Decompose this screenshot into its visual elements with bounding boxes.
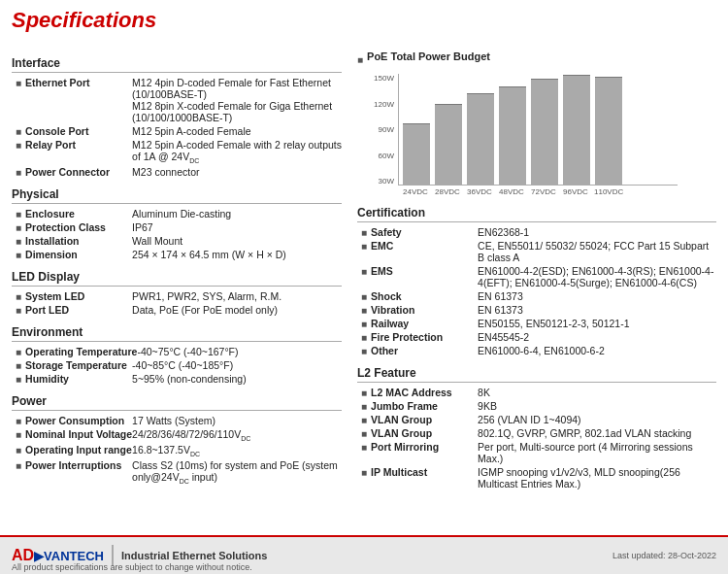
railway-value: EN50155, EN50121-2-3, 50121-1 [478, 318, 716, 329]
vibration-label: Vibration [371, 304, 478, 316]
storage-temp-row: ■ Storage Temperature -40~85°C (-40~185°… [12, 359, 342, 371]
chart-container: ■ PoE Total Power Budget 150W 120W 90W 6… [357, 51, 716, 196]
bullet-icon: ■ [361, 415, 367, 425]
certification-title: Certification [357, 206, 716, 222]
port-led-label: Port LED [25, 304, 132, 316]
bullet-icon: ■ [361, 319, 367, 329]
physical-section: Physical ■ Enclosure Aluminum Die-castin… [12, 187, 342, 260]
enclosure-label: Enclosure [25, 208, 132, 219]
ip-multicast-value: IGMP snooping v1/v2/v3, MLD snooping(256… [478, 466, 716, 490]
operating-temp-row: ■ Operating Temperature -40~75°C (-40~16… [12, 346, 342, 357]
bullet-icon: ■ [361, 305, 367, 316]
railway-row: ■ Railway EN50155, EN50121-2-3, 50121-1 [357, 318, 716, 329]
environment-section: Environment ■ Operating Temperature -40~… [12, 325, 342, 385]
bullet-icon: ■ [361, 227, 367, 238]
y-label-120: 120W [367, 100, 394, 109]
x-label-24vdc: 24VDC [402, 187, 429, 196]
chart-title: PoE Total Power Budget [367, 51, 490, 62]
operating-temp-value: -40~75°C (-40~167°F) [137, 346, 342, 357]
jumbo-frame-label: Jumbo Frame [371, 400, 478, 412]
other-label: Other [371, 345, 478, 356]
ethernet-port-row: ■ Ethernet Port M12 4pin D-coded Female … [12, 77, 342, 123]
port-mirroring-row: ■ Port Mirroring Per port, Multi-source … [357, 441, 716, 464]
bullet-icon: ■ [16, 305, 21, 316]
x-label-28vdc: 28VDC [434, 187, 461, 196]
bullet-icon: ■ [361, 266, 367, 277]
bar-72vdc [531, 79, 558, 185]
relay-port-row: ■ Relay Port M12 5pin A-coded Female wit… [12, 139, 342, 164]
vlan-group2-label: VLAN Group [371, 427, 478, 439]
installation-value: Wall Mount [132, 235, 342, 247]
system-led-value: PWR1, PWR2, SYS, Alarm, R.M. [132, 290, 342, 302]
brand-ad: AD [12, 547, 34, 563]
power-connector-value: M23 connector [132, 166, 342, 178]
led-section: LED Display ■ System LED PWR1, PWR2, SYS… [12, 270, 342, 316]
bullet-icon: ■ [361, 442, 367, 453]
vlan-group1-row: ■ VLAN Group 256 (VLAN ID 1~4094) [357, 414, 716, 425]
l2-title: L2 Feature [357, 366, 716, 383]
x-label-36vdc: 36VDC [466, 187, 493, 196]
console-port-row: ■ Console Port M12 5pin A-coded Female [12, 125, 342, 137]
power-connector-label: Power Connector [25, 166, 132, 178]
vlan-group1-value: 256 (VLAN ID 1~4094) [478, 414, 716, 425]
x-label-48vdc: 48VDC [498, 187, 525, 196]
bar-96vdc [563, 75, 590, 185]
operating-temp-label: Operating Temperature [25, 346, 137, 357]
system-led-label: System LED [25, 290, 132, 302]
shock-label: Shock [371, 290, 478, 302]
humidity-row: ■ Humidity 5~95% (non-condensing) [12, 373, 342, 385]
bar-48vdc [499, 86, 526, 185]
bullet-icon: ■ [16, 222, 21, 233]
bullet-icon: ■ [361, 332, 367, 343]
ip-multicast-row: ■ IP Multicast IGMP snooping v1/v2/v3, M… [357, 466, 716, 490]
port-led-value: Data, PoE (For PoE model only) [132, 304, 342, 316]
certification-section: Certification ■ Safety EN62368-1 ■ EMC C… [357, 206, 716, 356]
x-label-110vdc: 110VDC [594, 187, 621, 196]
footer-tagline: Industrial Ethernet Solutions [121, 550, 267, 561]
dimension-row: ■ Dimension 254 × 174 × 64.5 mm (W × H ×… [12, 249, 342, 260]
x-label-96vdc: 96VDC [562, 187, 589, 196]
vlan-group1-label: VLAN Group [371, 414, 478, 425]
bar-96vdc-rect [563, 75, 590, 185]
nominal-voltage-value: 24/28/36/48/72/96/110VDC [132, 428, 342, 442]
bullet-icon: ■ [16, 140, 21, 151]
bullet-icon: ■ [16, 250, 21, 260]
protection-class-label: Protection Class [25, 221, 132, 233]
y-label-90: 90W [367, 125, 394, 134]
bar-110vdc [595, 77, 622, 185]
mac-address-row: ■ L2 MAC Address 8K [357, 387, 716, 398]
safety-label: Safety [371, 226, 478, 238]
bullet-icon: ■ [361, 401, 367, 412]
installation-row: ■ Installation Wall Mount [12, 235, 342, 247]
physical-title: Physical [12, 187, 342, 204]
port-led-row: ■ Port LED Data, PoE (For PoE model only… [12, 304, 342, 316]
bullet-icon: ■ [16, 374, 21, 385]
x-label-72vdc: 72VDC [530, 187, 557, 196]
footer: AD▶VANTECH Industrial Ethernet Solutions… [0, 535, 728, 574]
mac-address-value: 8K [478, 387, 716, 398]
fire-protection-value: EN45545-2 [478, 331, 716, 343]
bullet-icon: ■ [16, 236, 21, 247]
jumbo-frame-row: ■ Jumbo Frame 9KB [357, 400, 716, 412]
brand-vantech: ▶VANTECH [34, 549, 104, 563]
railway-label: Railway [371, 318, 478, 329]
dimension-label: Dimension [25, 249, 132, 260]
interface-section: Interface ■ Ethernet Port M12 4pin D-cod… [12, 56, 342, 178]
shock-value: EN 61373 [478, 290, 716, 302]
enclosure-value: Aluminum Die-casting [132, 208, 342, 219]
ems-value: EN61000-4-2(ESD); EN61000-4-3(RS); EN610… [478, 265, 716, 288]
operating-input-label: Operating Input range [25, 444, 132, 456]
ip-multicast-label: IP Multicast [371, 466, 478, 478]
ethernet-port-value: M12 4pin D-coded Female for Fast Etherne… [132, 77, 342, 123]
bullet-icon: ■ [16, 126, 21, 137]
l2-section: L2 Feature ■ L2 MAC Address 8K ■ Jumbo F… [357, 366, 716, 490]
bullet-icon: ■ [16, 445, 21, 456]
left-column: Interface ■ Ethernet Port M12 4pin D-cod… [12, 47, 342, 493]
shock-row: ■ Shock EN 61373 [357, 290, 716, 302]
y-label-30: 30W [367, 177, 394, 186]
system-led-row: ■ System LED PWR1, PWR2, SYS, Alarm, R.M… [12, 290, 342, 302]
environment-title: Environment [12, 325, 342, 342]
emc-label: EMC [371, 240, 478, 252]
power-consumption-label: Power Consumption [25, 415, 132, 426]
humidity-value: 5~95% (non-condensing) [132, 373, 342, 385]
